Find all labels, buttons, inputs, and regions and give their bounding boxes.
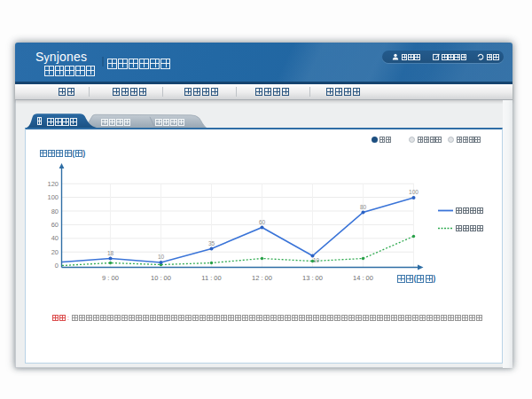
svg-text:13 : 00: 13 : 00: [302, 274, 323, 282]
svg-text:10: 10: [158, 254, 165, 260]
svg-text:80: 80: [51, 207, 59, 215]
svg-text:80: 80: [360, 204, 367, 210]
svg-text:100: 100: [47, 193, 59, 201]
svg-text:10: 10: [313, 257, 320, 263]
svg-text:10 : 00: 10 : 00: [151, 274, 171, 282]
svg-text:35: 35: [208, 240, 215, 246]
svg-text:120: 120: [47, 180, 59, 188]
svg-text:100: 100: [409, 189, 419, 195]
svg-text:40: 40: [51, 234, 59, 242]
svg-text:60: 60: [51, 221, 59, 229]
svg-text:20: 20: [51, 248, 59, 256]
svg-text:11 : 00: 11 : 00: [201, 274, 221, 282]
svg-text:0: 0: [55, 262, 59, 270]
svg-text:14 : 00: 14 : 00: [353, 274, 373, 282]
svg-text:9 : 00: 9 : 00: [102, 274, 119, 282]
svg-text:12 : 00: 12 : 00: [252, 274, 272, 282]
svg-text:18: 18: [107, 250, 114, 256]
svg-text:60: 60: [259, 219, 266, 225]
